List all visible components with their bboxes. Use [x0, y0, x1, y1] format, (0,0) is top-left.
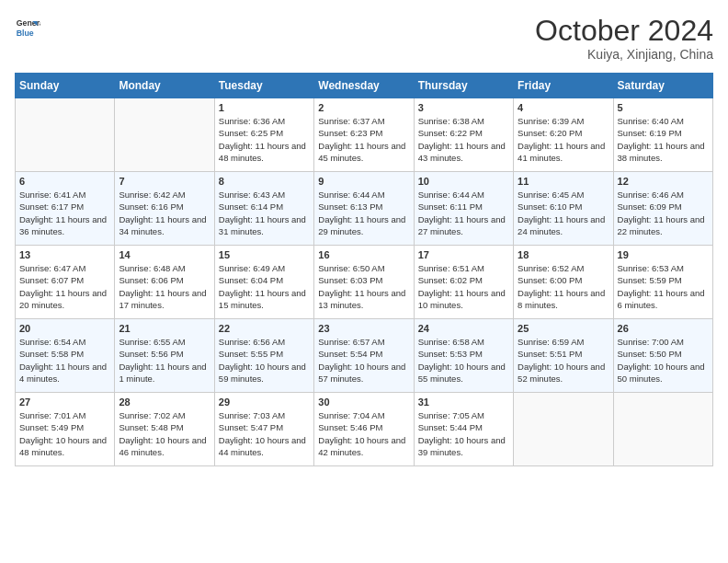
- cell-content: Sunrise: 6:44 AM Sunset: 6:11 PM Dayligh…: [418, 189, 509, 237]
- day-number: 28: [119, 396, 210, 408]
- daylight-text: Daylight: 11 hours and 17 minutes.: [119, 287, 210, 312]
- calendar-cell: 23 Sunrise: 6:57 AM Sunset: 5:54 PM Dayl…: [314, 319, 414, 393]
- calendar-cell: 29 Sunrise: 7:03 AM Sunset: 5:47 PM Dayl…: [214, 393, 313, 466]
- sunset-text: Sunset: 6:11 PM: [418, 201, 509, 213]
- daylight-text: Daylight: 11 hours and 13 minutes.: [318, 287, 409, 312]
- weekday-header-monday: Monday: [115, 74, 214, 98]
- cell-content: Sunrise: 6:46 AM Sunset: 6:09 PM Dayligh…: [618, 189, 709, 237]
- calendar-cell: 20 Sunrise: 6:54 AM Sunset: 5:58 PM Dayl…: [16, 319, 115, 393]
- sunset-text: Sunset: 6:25 PM: [219, 127, 310, 139]
- sunrise-text: Sunrise: 6:56 AM: [219, 336, 310, 348]
- day-number: 6: [19, 176, 110, 187]
- sunset-text: Sunset: 5:55 PM: [219, 348, 310, 360]
- sunrise-text: Sunrise: 6:43 AM: [219, 189, 310, 201]
- sunrise-text: Sunrise: 7:04 AM: [318, 409, 409, 421]
- day-number: 22: [219, 323, 310, 334]
- sunrise-text: Sunrise: 6:54 AM: [19, 336, 110, 348]
- day-number: 12: [618, 176, 709, 187]
- day-number: 31: [418, 396, 509, 408]
- day-number: 2: [318, 102, 409, 113]
- sunset-text: Sunset: 6:00 PM: [518, 274, 609, 286]
- calendar-cell: 19 Sunrise: 6:53 AM Sunset: 5:59 PM Dayl…: [613, 246, 712, 319]
- cell-content: Sunrise: 6:45 AM Sunset: 6:10 PM Dayligh…: [518, 189, 609, 237]
- daylight-text: Daylight: 10 hours and 39 minutes.: [418, 434, 509, 459]
- sunrise-text: Sunrise: 6:40 AM: [618, 115, 709, 127]
- calendar-cell: 25 Sunrise: 6:59 AM Sunset: 5:51 PM Dayl…: [514, 319, 613, 393]
- daylight-text: Daylight: 11 hours and 24 minutes.: [518, 213, 609, 238]
- daylight-text: Daylight: 11 hours and 43 minutes.: [418, 140, 509, 165]
- main-title: October 2024: [535, 15, 713, 47]
- day-number: 30: [318, 396, 409, 408]
- calendar-cell: 9 Sunrise: 6:44 AM Sunset: 6:13 PM Dayli…: [314, 172, 414, 246]
- weekday-header-sunday: Sunday: [16, 74, 115, 98]
- sunset-text: Sunset: 6:19 PM: [618, 127, 709, 139]
- day-number: 16: [318, 249, 409, 260]
- daylight-text: Daylight: 10 hours and 42 minutes.: [318, 434, 409, 459]
- sunrise-text: Sunrise: 6:59 AM: [518, 336, 609, 348]
- calendar-cell: 3 Sunrise: 6:38 AM Sunset: 6:22 PM Dayli…: [414, 98, 513, 172]
- cell-content: Sunrise: 6:43 AM Sunset: 6:14 PM Dayligh…: [219, 189, 310, 237]
- calendar-cell: 8 Sunrise: 6:43 AM Sunset: 6:14 PM Dayli…: [214, 172, 313, 246]
- calendar-cell: 12 Sunrise: 6:46 AM Sunset: 6:09 PM Dayl…: [613, 172, 712, 246]
- calendar-cell: 26 Sunrise: 7:00 AM Sunset: 5:50 PM Dayl…: [613, 319, 712, 393]
- sunset-text: Sunset: 5:47 PM: [219, 421, 310, 433]
- sunset-text: Sunset: 6:20 PM: [518, 127, 609, 139]
- day-number: 21: [119, 323, 210, 334]
- sunrise-text: Sunrise: 6:36 AM: [219, 115, 310, 127]
- calendar-cell: 7 Sunrise: 6:42 AM Sunset: 6:16 PM Dayli…: [115, 172, 214, 246]
- cell-content: Sunrise: 6:37 AM Sunset: 6:23 PM Dayligh…: [318, 115, 409, 164]
- calendar-cell: 22 Sunrise: 6:56 AM Sunset: 5:55 PM Dayl…: [214, 319, 313, 393]
- sunset-text: Sunset: 6:03 PM: [318, 274, 409, 286]
- weekday-header-saturday: Saturday: [613, 74, 712, 98]
- sunset-text: Sunset: 5:50 PM: [618, 348, 709, 360]
- day-number: 25: [518, 323, 609, 334]
- cell-content: Sunrise: 6:52 AM Sunset: 6:00 PM Dayligh…: [518, 262, 609, 311]
- weekday-header-row: SundayMondayTuesdayWednesdayThursdayFrid…: [16, 74, 713, 98]
- sunset-text: Sunset: 5:46 PM: [318, 421, 409, 433]
- sunset-text: Sunset: 5:54 PM: [318, 348, 409, 360]
- cell-content: Sunrise: 6:55 AM Sunset: 5:56 PM Dayligh…: [119, 336, 210, 385]
- calendar-week-row: 13 Sunrise: 6:47 AM Sunset: 6:07 PM Dayl…: [16, 246, 713, 319]
- cell-content: Sunrise: 7:04 AM Sunset: 5:46 PM Dayligh…: [318, 409, 409, 458]
- day-number: 9: [318, 176, 409, 187]
- cell-content: Sunrise: 7:05 AM Sunset: 5:44 PM Dayligh…: [418, 409, 509, 458]
- day-number: 29: [219, 396, 310, 408]
- sunrise-text: Sunrise: 6:55 AM: [119, 336, 210, 348]
- day-number: 27: [19, 396, 110, 408]
- day-number: 7: [119, 176, 210, 187]
- cell-content: Sunrise: 7:01 AM Sunset: 5:49 PM Dayligh…: [19, 409, 110, 458]
- day-number: 8: [219, 176, 310, 187]
- cell-content: Sunrise: 7:02 AM Sunset: 5:48 PM Dayligh…: [119, 409, 210, 458]
- cell-content: Sunrise: 6:44 AM Sunset: 6:13 PM Dayligh…: [318, 189, 409, 237]
- sunset-text: Sunset: 6:04 PM: [219, 274, 310, 286]
- sunrise-text: Sunrise: 7:01 AM: [19, 409, 110, 421]
- sunrise-text: Sunrise: 6:46 AM: [618, 189, 709, 201]
- cell-content: Sunrise: 6:49 AM Sunset: 6:04 PM Dayligh…: [219, 262, 310, 311]
- weekday-header-friday: Friday: [514, 74, 613, 98]
- sunrise-text: Sunrise: 6:48 AM: [119, 262, 210, 274]
- weekday-header-wednesday: Wednesday: [314, 74, 414, 98]
- calendar-cell: [613, 393, 712, 466]
- daylight-text: Daylight: 10 hours and 55 minutes.: [418, 361, 509, 385]
- calendar-cell: 1 Sunrise: 6:36 AM Sunset: 6:25 PM Dayli…: [214, 98, 313, 172]
- sunrise-text: Sunrise: 6:51 AM: [418, 262, 509, 274]
- calendar-cell: 31 Sunrise: 7:05 AM Sunset: 5:44 PM Dayl…: [414, 393, 513, 466]
- sunrise-text: Sunrise: 6:39 AM: [518, 115, 609, 127]
- day-number: 11: [518, 176, 609, 187]
- sunset-text: Sunset: 6:14 PM: [219, 201, 310, 213]
- logo: General Blue: [15, 15, 40, 40]
- sunrise-text: Sunrise: 6:41 AM: [19, 189, 110, 201]
- sunset-text: Sunset: 6:10 PM: [518, 201, 609, 213]
- day-number: 20: [19, 323, 110, 334]
- sunset-text: Sunset: 6:13 PM: [318, 201, 409, 213]
- calendar-table: SundayMondayTuesdayWednesdayThursdayFrid…: [15, 73, 713, 466]
- day-number: 1: [219, 102, 310, 113]
- sunrise-text: Sunrise: 6:45 AM: [518, 189, 609, 201]
- cell-content: Sunrise: 6:54 AM Sunset: 5:58 PM Dayligh…: [19, 336, 110, 385]
- calendar-cell: 2 Sunrise: 6:37 AM Sunset: 6:23 PM Dayli…: [314, 98, 414, 172]
- daylight-text: Daylight: 11 hours and 41 minutes.: [518, 140, 609, 165]
- daylight-text: Daylight: 10 hours and 52 minutes.: [518, 361, 609, 385]
- cell-content: Sunrise: 6:48 AM Sunset: 6:06 PM Dayligh…: [119, 262, 210, 311]
- sunrise-text: Sunrise: 6:38 AM: [418, 115, 509, 127]
- daylight-text: Daylight: 11 hours and 36 minutes.: [19, 213, 110, 238]
